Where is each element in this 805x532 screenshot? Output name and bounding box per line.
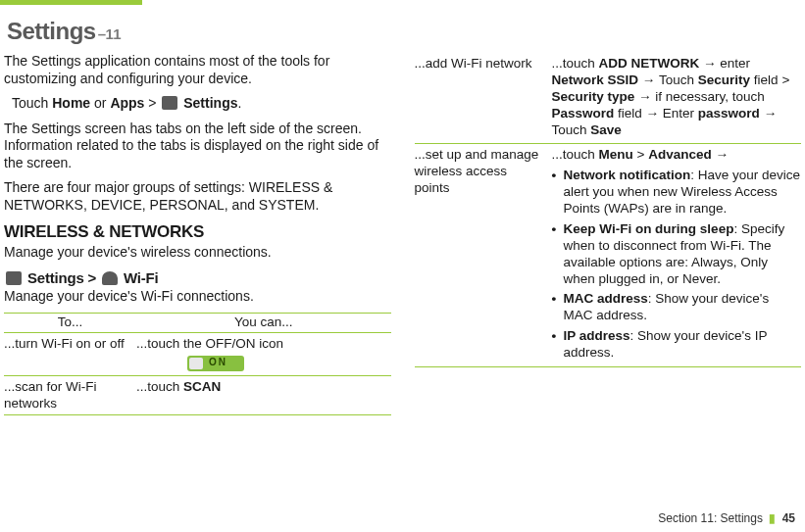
cell-action: ...touch ADD NETWORK → enter Network SSI… bbox=[552, 56, 802, 138]
footer-sep-icon: ▮ bbox=[769, 511, 776, 525]
cell-to: ...scan for Wi-Fi networks bbox=[4, 379, 136, 412]
wireless-networks-header: WIRELESS & NETWORKS bbox=[4, 221, 391, 242]
cell-to: ...set up and manage wireless access poi… bbox=[415, 147, 552, 197]
th-to: To... bbox=[4, 314, 136, 331]
wifi-sub: Manage your device's Wi-Fi connections. bbox=[4, 288, 391, 306]
right-column: ...add Wi-Fi network ...touch ADD NETWOR… bbox=[415, 53, 802, 415]
settings-icon bbox=[162, 96, 177, 110]
list-item: • MAC address: Show your device's MAC ad… bbox=[552, 291, 802, 324]
groups-info: There are four major groups of settings:… bbox=[4, 179, 391, 214]
touch-home-apps: Touch Home or Apps > Settings. bbox=[4, 95, 391, 113]
advanced-line: ...touch Menu > Advanced → bbox=[552, 147, 802, 164]
title-main: Settings bbox=[7, 18, 96, 44]
cell-action: ...touch the OFF/ON icon bbox=[136, 336, 391, 372]
tabs-info: The Settings screen has tabs on the left… bbox=[4, 121, 391, 172]
cell-to: ...add Wi-Fi network bbox=[415, 56, 552, 73]
settings-icon bbox=[6, 271, 22, 285]
cell-action: ...touch SCAN bbox=[136, 379, 391, 396]
table-row: ...scan for Wi-Fi networks ...touch SCAN bbox=[4, 376, 391, 416]
list-item: • Keep Wi-Fi on during sleep: Specify wh… bbox=[552, 221, 802, 288]
page-title: Settings–11 bbox=[7, 18, 121, 45]
title-sub: –11 bbox=[98, 25, 122, 42]
table-row: ...add Wi-Fi network ...touch ADD NETWOR… bbox=[415, 53, 802, 144]
footer-section: Section 11: Settings bbox=[658, 511, 763, 525]
list-item: • Network notification: Have your device… bbox=[552, 168, 802, 218]
list-item: • IP address: Show your device's IP addr… bbox=[552, 328, 802, 362]
wifi-path-header: Settings > Wi-Fi bbox=[4, 269, 391, 288]
left-column: The Settings application contains most o… bbox=[4, 53, 391, 415]
wifi-advanced-table: ...add Wi-Fi network ...touch ADD NETWOR… bbox=[415, 53, 802, 367]
top-accent-bar bbox=[0, 0, 142, 5]
page-columns: The Settings application contains most o… bbox=[4, 53, 801, 415]
wifi-icon bbox=[102, 271, 118, 285]
page-footer: Section 11: Settings ▮ 45 bbox=[658, 511, 795, 525]
bullet-dot: • bbox=[552, 291, 564, 324]
th-youcan: You can... bbox=[136, 314, 391, 331]
on-toggle-icon bbox=[187, 356, 244, 371]
wifi-actions-table: To... You can... ...turn Wi-Fi on or off… bbox=[4, 313, 391, 415]
table-row: ...set up and manage wireless access poi… bbox=[415, 144, 802, 367]
table-header: To... You can... bbox=[4, 313, 391, 333]
table-row: ...turn Wi-Fi on or off ...touch the OFF… bbox=[4, 333, 391, 376]
cell-action: ...touch Menu > Advanced → • Network not… bbox=[552, 147, 802, 362]
wireless-sub: Manage your device's wireless connection… bbox=[4, 244, 391, 262]
bullet-dot: • bbox=[552, 168, 564, 218]
cell-to: ...turn Wi-Fi on or off bbox=[4, 336, 136, 353]
bullet-dot: • bbox=[552, 221, 564, 288]
intro-text: The Settings application contains most o… bbox=[4, 53, 391, 87]
bullet-dot: • bbox=[552, 328, 564, 362]
footer-page-number: 45 bbox=[782, 511, 795, 525]
